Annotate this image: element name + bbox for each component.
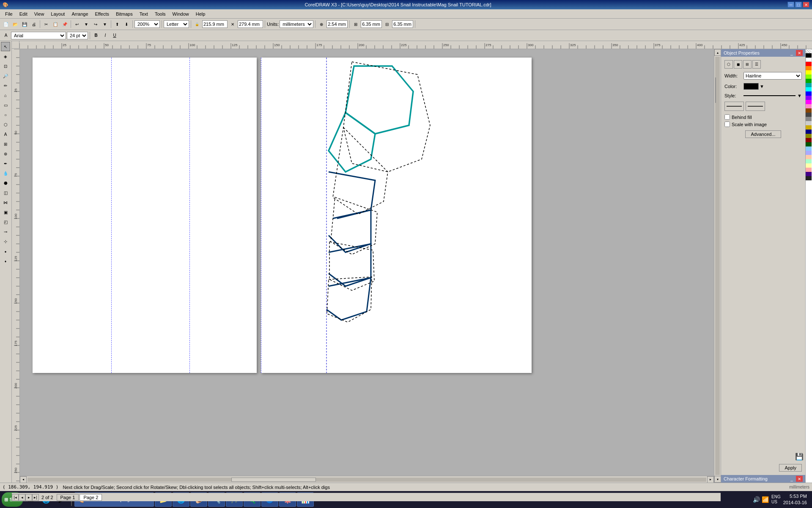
behind-fill-checkbox[interactable]: [724, 114, 730, 120]
obj-props-minimize[interactable]: _: [788, 50, 795, 56]
scroll-left-btn[interactable]: ◂: [20, 476, 27, 483]
list-icon-btn[interactable]: ☰: [752, 60, 761, 69]
menu-text[interactable]: Text: [136, 11, 151, 17]
close-button[interactable]: ✕: [803, 2, 809, 8]
color-pink[interactable]: [806, 104, 812, 108]
transparency-tool[interactable]: ◫: [1, 188, 10, 197]
apply-button[interactable]: Apply: [779, 464, 802, 472]
line-start-btn[interactable]: [724, 102, 744, 111]
font-size-select[interactable]: 24 pt: [67, 32, 88, 39]
crop-tool[interactable]: ⊡: [1, 61, 10, 71]
color-lemon[interactable]: [806, 163, 812, 168]
new-btn[interactable]: 📄: [2, 20, 10, 28]
color-forest[interactable]: [806, 142, 812, 146]
export-btn[interactable]: ⬇: [122, 20, 131, 28]
color-olive[interactable]: [806, 134, 812, 138]
color-rose[interactable]: [806, 168, 812, 172]
height-input[interactable]: [238, 20, 263, 28]
color-yellow[interactable]: [806, 70, 812, 75]
polygon-tool[interactable]: ⬡: [1, 120, 10, 129]
line-end-btn[interactable]: [746, 102, 765, 111]
color-dark-gray[interactable]: [806, 113, 812, 117]
duplicate-v-input[interactable]: [392, 20, 413, 28]
canvas-container[interactable]: ◂ ▸: [20, 49, 714, 483]
char-format-close[interactable]: ✕: [796, 476, 803, 482]
fill-icon-btn[interactable]: ◼: [734, 60, 742, 69]
units-select[interactable]: millimeters: [280, 20, 313, 28]
scroll-up-btn[interactable]: ▴: [714, 49, 721, 56]
pen-tool[interactable]: ✒: [1, 159, 10, 168]
color-magenta[interactable]: [806, 100, 812, 104]
font-select[interactable]: Arial: [11, 32, 66, 39]
ellipse-tool[interactable]: ○: [1, 110, 10, 119]
color-gold[interactable]: [806, 125, 812, 130]
zoom-tool[interactable]: 🔎: [1, 71, 10, 80]
save-btn[interactable]: 💾: [20, 20, 29, 28]
scale-with-image-checkbox[interactable]: [724, 121, 730, 127]
color-indigo[interactable]: [806, 172, 812, 176]
color-maroon[interactable]: [806, 138, 812, 142]
extrude-tool[interactable]: ▣: [1, 207, 10, 217]
color-white[interactable]: [806, 58, 812, 62]
color-lime[interactable]: [806, 75, 812, 79]
color-gray[interactable]: [806, 117, 812, 121]
spiral-tool[interactable]: ⊛: [1, 149, 10, 158]
fill-tool[interactable]: ⬣: [1, 178, 10, 188]
freehand-tool[interactable]: ✏: [1, 81, 10, 90]
minimize-button[interactable]: ─: [787, 2, 794, 8]
eyedropper-tool[interactable]: 💧: [1, 168, 10, 178]
color-black[interactable]: [806, 53, 812, 58]
paste-btn[interactable]: 📌: [60, 20, 69, 28]
smart-fill-tool[interactable]: ⬧: [1, 256, 10, 265]
menu-layout[interactable]: Layout: [47, 11, 68, 17]
selector-tool[interactable]: ↖: [1, 42, 10, 51]
advanced-button[interactable]: Advanced...: [745, 130, 781, 138]
shadow-tool[interactable]: ◰: [1, 217, 10, 226]
color-peach[interactable]: [806, 155, 812, 159]
color-sky[interactable]: [806, 146, 812, 151]
rectangle-tool[interactable]: ▭: [1, 100, 10, 110]
color-charcoal[interactable]: [806, 176, 812, 180]
smart-draw-tool[interactable]: ⌂: [1, 91, 10, 100]
char-format-minimize[interactable]: _: [788, 476, 795, 482]
width-prop-select[interactable]: Hairline 0.5 pt 1 pt: [743, 72, 802, 80]
outline-icon-btn[interactable]: ⬡: [724, 60, 733, 69]
redo-arrow[interactable]: ▼: [101, 20, 109, 28]
color-cyan[interactable]: [806, 87, 812, 91]
table-tool[interactable]: ⊞: [1, 139, 10, 149]
scroll-down-btn[interactable]: ▾: [714, 476, 721, 483]
zoom-select[interactable]: 200% 100% 150% 50%: [134, 20, 160, 28]
color-lavender[interactable]: [806, 151, 812, 155]
bold-btn[interactable]: B: [92, 31, 100, 40]
redo-btn[interactable]: ↪: [91, 20, 100, 28]
color-swatch-display[interactable]: [743, 83, 759, 90]
style-dropdown-arrow[interactable]: ▼: [797, 93, 802, 98]
undo-arrow[interactable]: ▼: [82, 20, 91, 28]
color-orange[interactable]: [806, 66, 812, 70]
nudge-input[interactable]: [326, 20, 348, 28]
import-btn[interactable]: ⬆: [113, 20, 121, 28]
shape-tool[interactable]: ◈: [1, 52, 10, 61]
width-input[interactable]: [202, 20, 228, 28]
color-dropdown-arrow[interactable]: ▼: [760, 84, 764, 89]
color-light-gray[interactable]: [806, 121, 812, 125]
menu-bitmaps[interactable]: Bitmaps: [112, 11, 136, 17]
italic-btn[interactable]: I: [101, 31, 110, 40]
color-navy[interactable]: [806, 130, 812, 134]
undo-btn[interactable]: ↩: [73, 20, 81, 28]
color-none[interactable]: [806, 49, 812, 53]
measure-tool[interactable]: ⊹: [1, 237, 10, 246]
open-btn[interactable]: 📂: [11, 20, 19, 28]
menu-edit[interactable]: Edit: [16, 11, 31, 17]
color-teal[interactable]: [806, 83, 812, 87]
print-btn[interactable]: 🖨: [30, 20, 38, 28]
color-green[interactable]: [806, 79, 812, 83]
text-tool[interactable]: A: [1, 130, 10, 139]
menu-view[interactable]: View: [31, 11, 48, 17]
copy-btn[interactable]: 📋: [51, 20, 60, 28]
maximize-button[interactable]: □: [795, 2, 802, 8]
menu-window[interactable]: Window: [169, 11, 192, 17]
color-purple[interactable]: [806, 96, 812, 100]
interactive-fill-tool[interactable]: ⬥: [1, 246, 10, 256]
menu-tools[interactable]: Tools: [151, 11, 169, 17]
